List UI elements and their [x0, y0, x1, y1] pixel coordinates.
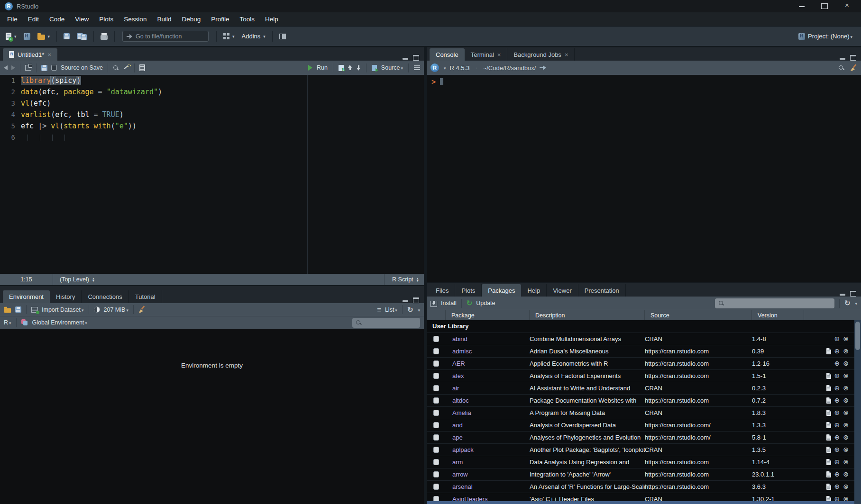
header-description[interactable]: Description — [530, 310, 645, 320]
package-name-link[interactable]: ape — [446, 434, 530, 441]
tab-connections[interactable]: Connections — [82, 290, 128, 303]
code-line-3[interactable]: 3vl(efc) — [0, 98, 424, 109]
package-name-link[interactable]: aplpack — [446, 446, 530, 453]
package-row[interactable]: AERApplied Econometrics with Rhttps://cr… — [427, 357, 861, 369]
package-website-icon[interactable]: ⊕ — [834, 397, 840, 404]
package-remove-icon[interactable]: ⊗ — [843, 373, 849, 379]
packages-search-box[interactable] — [715, 298, 834, 308]
package-remove-icon[interactable]: ⊗ — [843, 410, 849, 416]
environment-search-input[interactable] — [365, 319, 417, 326]
code-editor[interactable]: 1library(spicy)2data(efc, package = "dat… — [0, 75, 424, 274]
menu-debug[interactable]: Debug — [176, 14, 206, 25]
packages-search-input[interactable] — [727, 300, 779, 306]
package-website-icon[interactable]: ⊕ — [834, 459, 840, 465]
load-workspace-icon[interactable] — [4, 308, 11, 313]
package-docs-icon[interactable] — [826, 484, 831, 490]
language-selector[interactable]: R — [4, 319, 11, 326]
r-version-icon[interactable]: R — [430, 63, 439, 72]
package-checkbox[interactable] — [433, 360, 439, 367]
menu-plots[interactable]: Plots — [94, 14, 119, 25]
horizontal-scrollbar[interactable] — [427, 501, 854, 504]
package-docs-icon[interactable] — [826, 385, 831, 391]
run-icon[interactable] — [308, 65, 312, 71]
package-remove-icon[interactable]: ⊗ — [843, 397, 849, 404]
tab-help[interactable]: Help — [521, 284, 547, 297]
package-name-link[interactable]: arsenal — [446, 483, 530, 490]
package-website-icon[interactable]: ⊕ — [834, 434, 840, 441]
package-row[interactable]: aodAnalysis of Overdispersed Datahttps:/… — [427, 419, 861, 431]
package-name-link[interactable]: afex — [446, 372, 530, 379]
import-dataset-button[interactable]: Import Dataset — [42, 306, 84, 313]
header-source[interactable]: Source — [645, 310, 752, 320]
maximize-pane-icon[interactable] — [850, 291, 856, 297]
print-button[interactable] — [99, 32, 110, 41]
package-row[interactable]: AmeliaA Program for Missing DataCRAN1.8.… — [427, 406, 861, 419]
scrollbar-thumb[interactable] — [855, 322, 860, 350]
package-checkbox[interactable] — [433, 471, 439, 477]
tab-console[interactable]: Console — [430, 48, 465, 61]
new-file-button[interactable] — [4, 31, 18, 41]
package-docs-icon[interactable] — [826, 447, 831, 453]
package-name-link[interactable]: arm — [446, 459, 530, 466]
code-line-2[interactable]: 2data(efc, package = "datawizard") — [0, 86, 424, 98]
next-chunk-icon[interactable] — [357, 65, 361, 71]
menu-session[interactable]: Session — [119, 14, 152, 25]
close-tab-icon[interactable]: × — [565, 51, 568, 58]
package-remove-icon[interactable]: ⊗ — [843, 422, 849, 428]
package-remove-icon[interactable]: ⊗ — [843, 471, 849, 477]
code-tools-icon[interactable] — [123, 64, 129, 71]
run-button[interactable]: Run — [317, 64, 328, 71]
rerun-icon[interactable] — [339, 65, 344, 71]
package-docs-icon[interactable] — [826, 373, 831, 379]
new-project-button[interactable] — [22, 32, 32, 41]
tab-packages[interactable]: Packages — [482, 284, 521, 297]
popout-icon[interactable] — [25, 65, 31, 71]
goto-directory-icon[interactable] — [540, 65, 546, 70]
save-all-button[interactable] — [75, 31, 89, 42]
tab-history[interactable]: History — [50, 290, 82, 303]
maximize-pane-icon[interactable] — [850, 55, 856, 61]
minimize-pane-icon[interactable] — [840, 55, 845, 60]
package-docs-icon[interactable] — [826, 434, 831, 441]
minimize-pane-icon[interactable] — [403, 55, 408, 60]
package-name-link[interactable]: abind — [446, 335, 530, 342]
refresh-packages-icon[interactable]: ↻ — [844, 299, 851, 307]
package-row[interactable]: arrowIntegration to 'Apache' 'Arrow'http… — [427, 468, 861, 480]
package-docs-icon[interactable] — [826, 410, 831, 416]
code-line-5[interactable]: 5efc |> vl(starts_with("e")) — [0, 120, 424, 132]
header-package[interactable]: Package — [446, 310, 530, 320]
find-replace-icon[interactable] — [113, 65, 119, 71]
package-website-icon[interactable]: ⊕ — [834, 484, 840, 490]
minimize-pane-icon[interactable] — [840, 291, 845, 296]
package-website-icon[interactable]: ⊕ — [834, 447, 840, 453]
package-remove-icon[interactable]: ⊗ — [843, 459, 849, 465]
console-output[interactable]: > — [427, 75, 861, 282]
close-tab-icon[interactable]: × — [47, 51, 51, 58]
clear-console-icon[interactable] — [850, 64, 857, 72]
package-checkbox[interactable] — [433, 397, 439, 404]
menu-build[interactable]: Build — [152, 14, 176, 25]
menu-view[interactable]: View — [70, 14, 94, 25]
package-name-link[interactable]: arrow — [446, 471, 530, 478]
package-website-icon[interactable]: ⊕ — [834, 471, 840, 477]
package-row[interactable]: aplpackAnother Plot Package: 'Bagplots',… — [427, 443, 861, 456]
package-row[interactable]: armData Analysis Using Regression andhtt… — [427, 456, 861, 468]
package-docs-icon[interactable] — [826, 397, 831, 404]
tab-environment[interactable]: Environment — [3, 290, 50, 303]
environment-scope-selector[interactable]: Global Environment — [32, 319, 87, 326]
memory-usage-icon[interactable] — [94, 306, 100, 313]
menu-help[interactable]: Help — [260, 14, 284, 25]
package-remove-icon[interactable]: ⊗ — [843, 484, 849, 490]
compile-report-icon[interactable] — [139, 64, 145, 71]
tab-plots[interactable]: Plots — [455, 284, 482, 297]
package-row[interactable]: arsenalAn Arsenal of 'R' Functions for L… — [427, 480, 861, 493]
package-name-link[interactable]: Amelia — [446, 409, 530, 416]
package-remove-icon[interactable]: ⊗ — [843, 434, 849, 441]
package-website-icon[interactable]: ⊕ — [834, 336, 840, 342]
save-source-icon[interactable] — [41, 65, 47, 71]
environment-search-box[interactable] — [352, 318, 420, 328]
window-close-button[interactable] — [844, 3, 851, 9]
package-row[interactable]: admiscAdrian Dusa's Miscellaneoushttps:/… — [427, 345, 861, 357]
package-row[interactable]: altdocPackage Documentation Websites wit… — [427, 394, 861, 406]
package-row[interactable]: abindCombine Multidimensional ArraysCRAN… — [427, 333, 861, 345]
